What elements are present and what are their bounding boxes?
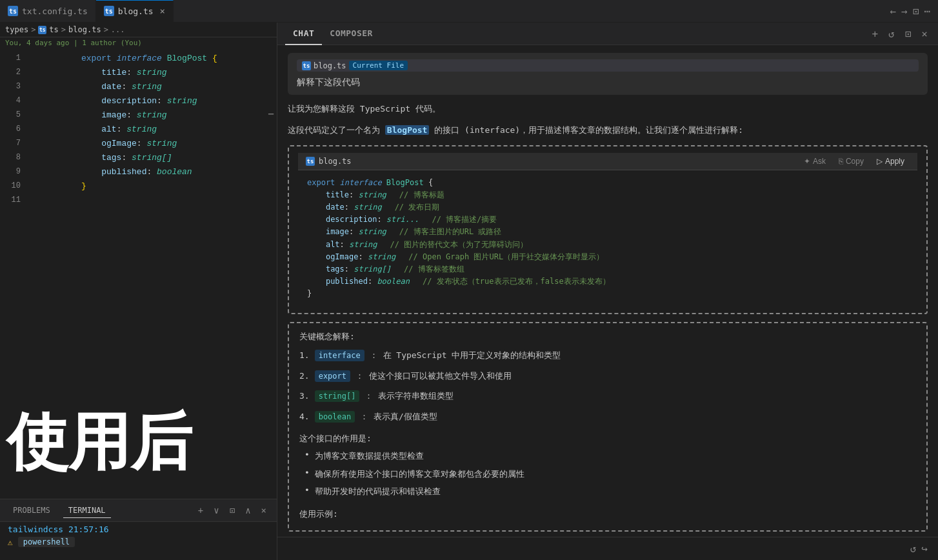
chat-close-icon[interactable]: × — [919, 26, 930, 41]
chat-layout-icon[interactable]: ⊡ — [903, 26, 914, 41]
copy-icon: ⎘ — [839, 157, 843, 166]
ask-icon: ✦ — [804, 157, 810, 166]
chat-header-actions: + ↺ ⊡ × — [869, 26, 930, 41]
role-section: 这个接口的作用是: • 为博客文章数据提供类型检查 • 确保所有使用这个接口的博… — [299, 430, 916, 506]
tab-blog-ts[interactable]: ts blog.ts × — [96, 0, 174, 23]
terminal-close-icon[interactable]: × — [259, 504, 269, 517]
breadcrumb-ts[interactable]: ts — [49, 25, 58, 34]
code-block-line-8: tags: string[] // 博客标签数组 — [307, 263, 908, 275]
shell-badge[interactable]: powershell — [18, 537, 75, 547]
breadcrumb-file[interactable]: blog.ts — [68, 25, 101, 34]
response-para1: 这段代码定义了一个名为 BlogPost 的接口 (interface)，用于描… — [288, 124, 928, 137]
problems-tab[interactable]: PROBLEMS — [8, 503, 55, 517]
code-header-actions: ✦ Ask ⎘ Copy ▷ Apply — [799, 155, 910, 167]
nav-back-icon[interactable]: ← — [890, 5, 896, 17]
para1-after: 的接口 (interface)，用于描述博客文章的数据结构。让我们逐个属性进行解… — [434, 125, 743, 135]
bullet-2: • — [304, 468, 310, 477]
assistant-response: 让我为您解释这段 TypeScript 代码。 这段代码定义了一个名为 Blog… — [288, 103, 928, 532]
code-block-line-7: ogImage: string // Open Graph 图片URL（用于社交… — [307, 251, 908, 263]
code-line-11: 11 — [0, 193, 277, 207]
breadcrumb-sep2: > — [61, 25, 66, 34]
terminal-split-icon[interactable]: ⊡ — [227, 504, 237, 517]
code-block: ts blog.ts ✦ Ask ⎘ Copy — [288, 145, 928, 315]
terminal-line2: ⚠ powershell — [8, 537, 269, 547]
concept-keyword-4: boolean — [315, 411, 355, 423]
user-query: 解释下这段代码 — [297, 77, 919, 88]
code-block-line-9: published: boolean // 发布状态（true表示已发布，fal… — [307, 275, 908, 288]
code-block-line-6: alt: string // 图片的替代文本（为了无障碍访问） — [307, 239, 908, 251]
chat-panel: CHAT COMPOSER + ↺ ⊡ × ts blog.ts Curre — [277, 23, 938, 560]
terminal-actions: + ∨ ⊡ ∧ × — [195, 504, 269, 517]
apply-label: Apply — [885, 157, 904, 166]
bullet-1: • — [304, 450, 310, 459]
tab-chat[interactable]: CHAT — [285, 23, 322, 45]
role-title: 这个接口的作用是: — [299, 433, 916, 445]
code-block-line-10: } — [307, 288, 908, 300]
collapse-indicator[interactable]: − — [265, 105, 277, 123]
bullet-3: • — [304, 485, 310, 495]
breadcrumb-sep3: > — [104, 25, 108, 34]
user-message: ts blog.ts Current File 解释下这段代码 — [288, 53, 928, 95]
role-item-1: • 为博客文章数据提供类型检查 — [299, 450, 916, 463]
apply-button[interactable]: ▷ Apply — [872, 155, 910, 167]
nav-forward-icon[interactable]: → — [901, 5, 908, 17]
ts-icon: ts — [8, 6, 18, 16]
copy-button[interactable]: ⎘ Copy — [833, 155, 869, 167]
tab-label: blog.ts — [118, 6, 154, 16]
tab-bar: ts txt.config.ts ts blog.ts × ← → ⊡ ⋯ — [0, 0, 938, 23]
chat-messages[interactable]: ts blog.ts Current File 解释下这段代码 让我为您解释这段… — [277, 45, 938, 537]
terminal-line1: tailwindcss 21:57:16 — [8, 525, 269, 534]
code-block-header: ts blog.ts ✦ Ask ⎘ Copy — [298, 153, 917, 170]
code-block-line-3: date: string // 发布日期 — [307, 201, 908, 214]
apply-icon: ▷ — [877, 157, 883, 166]
chat-bottom: ↺ ↪ — [277, 537, 938, 560]
chat-tabs-bar: CHAT COMPOSER + ↺ ⊡ × — [277, 23, 938, 45]
terminal-add-icon[interactable]: + — [195, 504, 206, 517]
current-file-badge: Current File — [349, 61, 408, 70]
ts-icon-small: ts — [38, 26, 46, 34]
concepts-section: 关键概念解释: 1. interface ： 在 TypeScript 中用于定… — [288, 322, 928, 532]
big-overlay-text: 使用后 — [6, 411, 192, 473]
editor-content[interactable]: 1 export interface BlogPost { 2 title: s… — [0, 48, 277, 499]
tab-label: txt.config.ts — [22, 6, 88, 16]
git-info-text: You, 4 days ago | 1 author (You) — [5, 39, 142, 47]
chat-history-icon[interactable]: ↺ — [886, 26, 897, 41]
breadcrumb-types[interactable]: types — [5, 25, 28, 34]
highlight-blogpost: BlogPost — [385, 125, 430, 135]
nav-split-icon[interactable]: ⊡ — [913, 5, 919, 17]
intro-text: 让我为您解释这段 TypeScript 代码。 — [288, 104, 441, 114]
code-filename: blog.ts — [319, 157, 352, 166]
concept-keyword-2: export — [315, 370, 350, 382]
nav-more-icon[interactable]: ⋯ — [924, 5, 930, 17]
tab-close-icon[interactable]: × — [160, 6, 165, 16]
concept-keyword-1: interface — [315, 350, 364, 361]
breadcrumb-dots: ... — [111, 25, 125, 34]
para1-before: 这段代码定义了一个名为 — [288, 125, 380, 135]
undo-icon[interactable]: ↺ — [910, 543, 917, 555]
terminal-maximize-icon[interactable]: ∧ — [243, 504, 253, 517]
terminal-content: tailwindcss 21:57:16 ⚠ powershell — [0, 521, 277, 560]
concept-item-1: 1. interface ： 在 TypeScript 中用于定义对象的结构和类… — [299, 349, 916, 362]
code-ts-icon: ts — [306, 157, 315, 166]
code-block-line-4: description: stri... // 博客描述/摘要 — [307, 214, 908, 226]
git-info: You, 4 days ago | 1 author (You) — [0, 37, 277, 48]
tab-chat-label: CHAT — [293, 28, 314, 38]
ask-button[interactable]: ✦ Ask — [799, 155, 831, 167]
tab-composer[interactable]: COMPOSER — [322, 23, 381, 45]
redo-icon[interactable]: ↪ — [921, 543, 928, 555]
concept-item-4: 4. boolean ： 表示真/假值类型 — [299, 410, 916, 423]
tab-txt-config[interactable]: ts txt.config.ts — [0, 0, 96, 23]
terminal-dropdown-icon[interactable]: ∨ — [211, 504, 221, 517]
ts-icon: ts — [104, 6, 114, 16]
concepts-title: 关键概念解释: — [299, 331, 916, 343]
editor-panel: types > ts ts > blog.ts > ... You, 4 day… — [0, 23, 277, 560]
role-item-2: • 确保所有使用这个接口的博客文章对象都包含必要的属性 — [299, 468, 916, 481]
concept-item-3: 3. string[] ： 表示字符串数组类型 — [299, 390, 916, 403]
terminal-tab[interactable]: TERMINAL — [63, 503, 111, 518]
code-block-line-2: title: string // 博客标题 — [307, 189, 908, 201]
code-line-10: 10 } — [0, 179, 277, 193]
role-item-3: • 帮助开发时的代码提示和错误检查 — [299, 485, 916, 498]
user-message-content: ts blog.ts Current File 解释下这段代码 — [297, 59, 919, 88]
chat-new-icon[interactable]: + — [869, 26, 881, 41]
file-badge: ts blog.ts Current File — [297, 59, 919, 72]
